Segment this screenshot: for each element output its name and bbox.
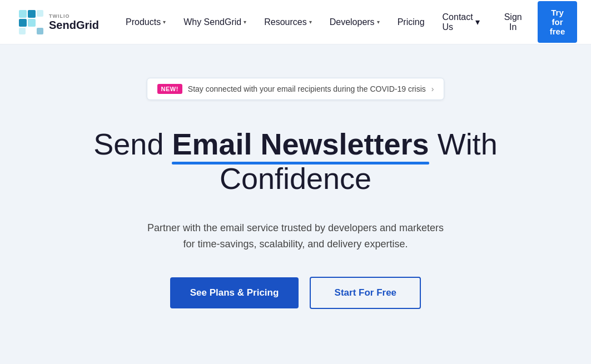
contact-us-link[interactable]: Contact Us ▾ [434,8,489,37]
hero-section: NEW! Stay connected with your email reci… [0,44,591,364]
contact-chevron-icon: ▾ [475,17,480,27]
nav-developers[interactable]: Developers ▾ [321,13,389,32]
products-chevron-icon: ▾ [163,19,166,25]
nav-links: Products ▾ Why SendGrid ▾ Resources ▾ De… [117,13,434,32]
resources-chevron-icon: ▾ [309,19,312,25]
notification-text: Stay connected with your email recipient… [188,84,426,93]
headline-prefix: Send [93,127,172,161]
notification-banner[interactable]: NEW! Stay connected with your email reci… [147,78,445,100]
notification-arrow-icon: › [431,84,434,93]
svg-rect-0 [19,10,27,18]
sign-in-button[interactable]: Sign In [493,8,533,37]
nav-left: TWILIO SendGrid Products ▾ Why SendGrid … [18,9,434,36]
try-free-button[interactable]: Try for free [538,1,578,43]
nav-why-sendgrid[interactable]: Why SendGrid ▾ [175,13,255,32]
svg-rect-1 [28,10,36,18]
new-badge: NEW! [157,84,182,94]
start-free-button[interactable]: Start For Free [310,277,421,309]
svg-rect-6 [19,28,26,34]
see-plans-button[interactable]: See Plans & Pricing [170,277,299,308]
nav-pricing[interactable]: Pricing [389,13,434,32]
hero-headline: Send Email Newsletters With Confidence [22,127,569,196]
svg-rect-2 [19,19,27,27]
svg-rect-4 [37,10,43,17]
logo-text: TWILIO SendGrid [49,13,99,31]
svg-rect-5 [37,28,43,34]
svg-rect-3 [28,19,36,27]
hero-subtext: Partner with the email service trusted b… [147,220,444,252]
cta-buttons: See Plans & Pricing Start For Free [170,277,421,309]
logo[interactable]: TWILIO SendGrid [18,9,99,36]
developers-chevron-icon: ▾ [377,19,380,25]
nav-right: Contact Us ▾ Sign In Try for free [434,1,578,43]
headline-bold: Email Newsletters [172,127,429,161]
nav-resources[interactable]: Resources ▾ [255,13,320,32]
nav-products[interactable]: Products ▾ [117,13,175,32]
why-sendgrid-chevron-icon: ▾ [244,19,246,25]
navbar: TWILIO SendGrid Products ▾ Why SendGrid … [0,0,591,44]
